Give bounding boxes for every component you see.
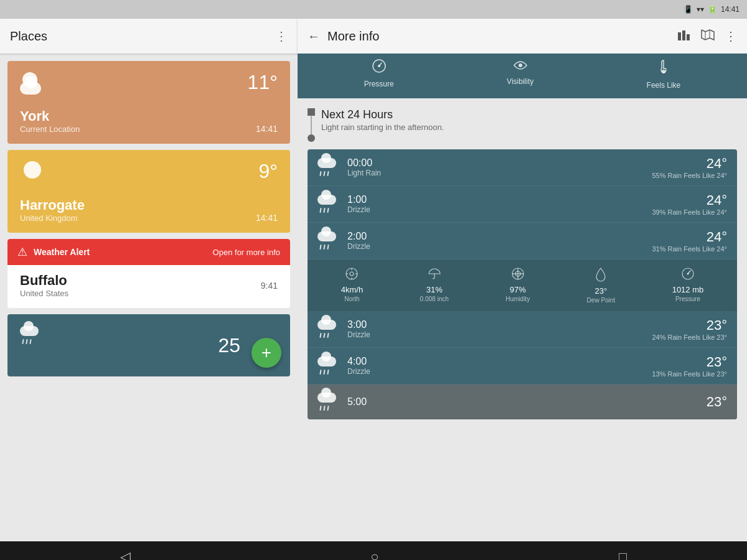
hourly-time-0200: 2:00 [347, 231, 391, 242]
buffalo-name: Buffalo [20, 273, 68, 289]
harrogate-time: 14:41 [256, 213, 278, 223]
svg-point-6 [378, 65, 380, 67]
places-title: Places [10, 29, 47, 44]
york-card-top: 11° [20, 71, 278, 96]
weather-alert-bar[interactable]: ⚠ Weather Alert Open for more info [7, 239, 290, 265]
time-col-0500: 5:00 [347, 396, 391, 408]
more-info-header: ← More info ⋮ [298, 19, 747, 54]
visibility-icon [513, 58, 528, 75]
svg-point-7 [519, 63, 522, 67]
battery-icon: 🔋 [708, 5, 717, 14]
timeline-vert-line [311, 116, 312, 134]
bar-chart-icon[interactable] [677, 29, 691, 44]
bottom-navigation: ◁ ○ □ [0, 541, 747, 560]
next24-subtitle: Light rain starting in the afternoon. [321, 123, 444, 132]
hourly-extra-0100: 39% Rain Feels Like 24° [391, 208, 727, 216]
york-card[interactable]: 11° York Current Location 14:41 [7, 61, 290, 144]
hourly-time-0400: 4:00 [347, 356, 391, 367]
svg-point-8 [662, 70, 665, 73]
hourly-temp-0300: 23° [391, 317, 727, 334]
alert-text: Weather Alert [34, 247, 207, 257]
back-button[interactable]: ← [308, 29, 320, 44]
hourly-desc-0400: Drizzle [347, 367, 391, 376]
left-panel: Places ⋮ 11° York Current Location [0, 19, 298, 541]
feels-like-metric: Feels Like [647, 58, 681, 90]
hourly-row-0000[interactable]: 00:00 Light Rain 24° 55% Rain Feels Like… [308, 149, 737, 186]
next24-title: Next 24 Hours [321, 108, 444, 121]
dark-card-content: 25 [20, 324, 278, 357]
timeline-dot-top [308, 108, 315, 116]
harrogate-subtitle: United Kingdom [20, 213, 85, 223]
hourly-temp-0100: 24° [391, 192, 727, 208]
dark-city-card[interactable]: 25 + [7, 314, 290, 376]
york-card-bottom: York Current Location 14:41 [20, 96, 278, 134]
time-col-0400: 4:00 Drizzle [347, 356, 391, 376]
places-list: 11° York Current Location 14:41 9° [0, 54, 298, 541]
alert-link[interactable]: Open for more info [213, 248, 280, 257]
pressure-stat-label: Pressure [675, 296, 700, 302]
rain-pct-value: 31% [426, 285, 443, 294]
hourly-row-0100[interactable]: 1:00 Drizzle 24° 39% Rain Feels Like 24° [308, 186, 737, 223]
harrogate-weather-icon [20, 160, 51, 185]
rain-drops [22, 339, 31, 344]
harrogate-card[interactable]: 9° Harrogate United Kingdom 14:41 [7, 150, 290, 233]
pressure-stat-icon [681, 267, 695, 284]
hourly-details-0500: 23° [391, 394, 727, 410]
timeline-connector [308, 106, 315, 142]
more-menu-icon[interactable]: ⋮ [725, 29, 737, 44]
next24-section: Next 24 Hours Light rain starting in the… [298, 98, 747, 144]
hourly-temp-0500: 23° [391, 394, 727, 410]
umbrella-icon [428, 267, 441, 284]
pressure-metric: Pressure [364, 58, 394, 90]
york-temp: 11° [248, 71, 278, 94]
time-col-0200: 2:00 Drizzle [347, 231, 391, 251]
places-menu-icon[interactable]: ⋮ [275, 29, 288, 44]
svg-rect-1 [682, 30, 685, 40]
add-place-fab[interactable]: + [251, 338, 281, 368]
harrogate-card-bottom: Harrogate United Kingdom 14:41 [20, 185, 278, 223]
dark-city-temp: 25 [218, 334, 240, 357]
map-icon[interactable] [701, 29, 715, 44]
hourly-row-0200[interactable]: 2:00 Drizzle 24° 31% Rain Feels Like 24° [308, 223, 737, 259]
stat-dewpoint: 23° Dew Point [587, 267, 616, 304]
time-col-0300: 3:00 Drizzle [347, 319, 391, 339]
status-bar: 📳 ▾▾ 🔋 14:41 [0, 0, 747, 19]
cloud-shape [20, 82, 41, 95]
wind-label: North [344, 296, 359, 302]
buffalo-card[interactable]: ⚠ Weather Alert Open for more info Buffa… [7, 239, 290, 308]
home-nav-button[interactable]: ○ [370, 549, 378, 560]
humidity-value: 97% [510, 285, 526, 294]
timeline-dot-bottom [308, 134, 315, 142]
hourly-row-0300[interactable]: 3:00 Drizzle 23° 24% Rain Feels Like 23° [308, 311, 737, 348]
rain-line-2 [26, 339, 27, 344]
rain-icon-0300 [317, 318, 342, 340]
york-weather-icon [20, 71, 51, 96]
hourly-desc-0100: Drizzle [347, 205, 391, 214]
rain-icon-0000 [317, 156, 342, 179]
hourly-row-0500[interactable]: 5:00 23° [308, 385, 737, 419]
cloud-body [20, 326, 39, 336]
recent-nav-button[interactable]: □ [619, 549, 627, 560]
pressure-stat-value: 1012 mb [672, 285, 704, 294]
metrics-bar: Pressure Visibility [298, 54, 747, 98]
pressure-icon [372, 58, 387, 77]
hourly-temp-0000: 24° [391, 156, 727, 172]
humidity-icon [511, 267, 525, 284]
dewpoint-icon [595, 267, 606, 285]
hourly-desc-0300: Drizzle [347, 330, 391, 339]
feels-like-icon [659, 58, 669, 78]
vibrate-icon: 📳 [684, 5, 693, 14]
hourly-details-0000: 24° 55% Rain Feels Like 24° [391, 156, 727, 179]
pressure-label: Pressure [364, 80, 394, 88]
alert-triangle-icon: ⚠ [17, 245, 27, 259]
hourly-time-0100: 1:00 [347, 194, 391, 205]
humidity-label: Humidity [505, 296, 530, 302]
back-nav-button[interactable]: ◁ [120, 549, 131, 560]
stat-wind: 4km/h North [341, 267, 363, 304]
stat-humidity: 97% Humidity [505, 267, 530, 304]
stat-pressure: 1012 mb Pressure [672, 267, 704, 304]
rain-icon-0200 [317, 230, 342, 252]
hourly-row-0400[interactable]: 4:00 Drizzle 23° 13% Rain Feels Like 23° [308, 348, 737, 385]
buffalo-time: 9:41 [261, 281, 278, 291]
places-header: Places ⋮ [0, 19, 298, 54]
